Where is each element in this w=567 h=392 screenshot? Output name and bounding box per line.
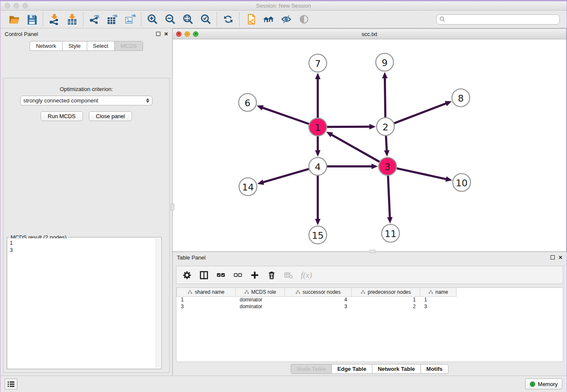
zoom-fit-icon[interactable] <box>180 12 195 27</box>
column-header-MCDS-role[interactable]: MCDS role <box>236 288 285 296</box>
import-table-icon[interactable] <box>64 12 80 27</box>
import-network-icon[interactable] <box>47 12 62 27</box>
hierarchy-icon <box>295 290 300 295</box>
graph-node-4[interactable]: 4 <box>309 157 327 175</box>
graph-node-14[interactable]: 14 <box>239 178 257 196</box>
hide-style-icon[interactable] <box>278 12 294 27</box>
graph-node-11[interactable]: 11 <box>382 224 399 242</box>
graph-node-15[interactable]: 15 <box>309 226 327 244</box>
graph-node-6[interactable]: 6 <box>239 94 256 111</box>
run-mcds-button[interactable]: Run MCDS <box>41 111 83 121</box>
export-table-icon[interactable] <box>105 12 120 27</box>
graph-node-8[interactable]: 8 <box>452 89 470 107</box>
deselect-all-icon[interactable] <box>233 271 242 280</box>
task-history-button[interactable] <box>5 378 17 389</box>
network-window-titlebar: ✕ − + scc.txt <box>173 29 566 39</box>
tab-mcds[interactable]: MCDS <box>114 41 143 51</box>
graph-node-7[interactable]: 7 <box>309 54 327 72</box>
tab-motifs[interactable]: Motifs <box>421 364 449 374</box>
table-cell[interactable]: 3 <box>420 303 457 310</box>
show-view-icon[interactable] <box>296 12 311 27</box>
edge-1-2[interactable] <box>327 127 371 127</box>
table-row[interactable]: 3dominator323 <box>177 303 457 310</box>
float-panel-icon[interactable] <box>156 32 160 36</box>
tab-edge-table[interactable]: Edge Table <box>331 364 372 374</box>
tab-select[interactable]: Select <box>87 41 114 51</box>
float-table-panel-icon[interactable] <box>550 255 555 259</box>
mcds-result-list[interactable]: 13 <box>8 238 156 368</box>
gear-icon[interactable] <box>182 271 192 280</box>
function-builder-icon[interactable]: f(x) <box>301 271 312 280</box>
table-splitter-grip[interactable] <box>369 250 375 253</box>
table-cell[interactable]: 1 <box>352 296 420 303</box>
close-table-panel-icon[interactable]: × <box>559 255 562 259</box>
panel-splitter-grip[interactable] <box>171 204 174 210</box>
column-header-successor-nodes[interactable]: successor nodes <box>285 288 352 296</box>
select-all-icon[interactable] <box>216 271 226 280</box>
edge-arrowhead <box>315 73 321 79</box>
tab-network-table[interactable]: Network Table <box>372 364 421 374</box>
node-table[interactable]: shared nameMCDS rolesuccessor nodesprede… <box>176 287 563 362</box>
zoom-out-icon[interactable] <box>162 12 178 27</box>
zoom-in-icon[interactable] <box>145 12 160 27</box>
column-header-name[interactable]: name <box>420 288 457 296</box>
table-row[interactable]: 1dominator411 <box>177 296 457 303</box>
split-columns-icon[interactable] <box>199 271 209 280</box>
column-header-predecessor-nodes[interactable]: predecessor nodes <box>352 288 420 296</box>
mcds-panel: Optimization criterion: strongly connect… <box>3 78 170 373</box>
network-minimize-button[interactable]: − <box>184 31 190 37</box>
delete-table-icon[interactable] <box>284 271 293 280</box>
open-file-icon[interactable] <box>6 12 22 27</box>
save-session-icon[interactable] <box>24 12 39 27</box>
graph-node-9[interactable]: 9 <box>376 53 394 71</box>
export-image-icon[interactable] <box>122 12 138 27</box>
refresh-view-icon[interactable] <box>220 12 236 27</box>
graph-node-1[interactable]: 1 <box>309 118 327 136</box>
tab-style[interactable]: Style <box>62 41 87 51</box>
network-canvas[interactable]: 7968124314101511 <box>173 39 566 251</box>
mcds-result-scrollbar[interactable] <box>156 238 160 368</box>
edge-arrowhead <box>315 150 321 157</box>
table-cell[interactable]: 3 <box>285 303 352 310</box>
edge-arrowhead <box>387 217 393 224</box>
graph-node-2[interactable]: 2 <box>377 118 394 135</box>
edge-2-8[interactable] <box>394 103 447 123</box>
network-close-button[interactable]: ✕ <box>176 31 182 37</box>
edge-1-6[interactable] <box>261 108 309 124</box>
table-cell[interactable]: 4 <box>285 296 352 303</box>
export-network-icon[interactable] <box>87 12 102 27</box>
edge-2-3[interactable] <box>386 136 387 152</box>
column-header-shared-name[interactable]: shared name <box>177 288 236 296</box>
network-graph[interactable]: 7968124314101511 <box>173 39 566 251</box>
graph-node-10[interactable]: 10 <box>453 174 471 191</box>
delete-column-icon[interactable] <box>267 271 276 280</box>
memory-button[interactable]: Memory <box>525 378 562 389</box>
graph-node-3[interactable]: 3 <box>379 157 396 175</box>
close-panel-button[interactable]: Close panel <box>89 111 132 121</box>
zoom-selected-icon[interactable] <box>198 12 213 27</box>
home-layout-icon[interactable] <box>261 12 276 27</box>
table-cell[interactable]: dominator <box>236 303 285 310</box>
mcds-result-box: MCDS result (2 nodes) 13 <box>7 237 162 369</box>
add-column-icon[interactable] <box>250 271 259 280</box>
edge-2-9[interactable] <box>385 77 385 117</box>
search-input[interactable] <box>447 16 557 22</box>
table-cell[interactable]: 1 <box>177 296 236 303</box>
close-panel-icon[interactable]: × <box>164 32 168 36</box>
svg-text:11: 11 <box>385 229 396 239</box>
edge-4-14[interactable] <box>262 169 309 182</box>
criterion-select[interactable]: strongly connected component <box>20 96 152 105</box>
network-zoom-button[interactable]: + <box>193 31 198 37</box>
search-field[interactable] <box>436 14 560 25</box>
tab-network[interactable]: Network <box>30 41 62 51</box>
table-cell[interactable]: 2 <box>352 303 420 310</box>
edge-3-1[interactable] <box>330 134 379 162</box>
table-cell[interactable]: 3 <box>177 303 236 310</box>
duplicate-network-icon[interactable] <box>243 12 258 27</box>
tab-node-table[interactable]: Node Table <box>291 364 331 374</box>
edge-3-11[interactable] <box>388 176 390 218</box>
hierarchy-icon <box>187 290 193 295</box>
table-cell[interactable]: dominator <box>236 296 285 303</box>
edge-3-10[interactable] <box>396 168 447 179</box>
table-cell[interactable]: 1 <box>420 296 457 303</box>
